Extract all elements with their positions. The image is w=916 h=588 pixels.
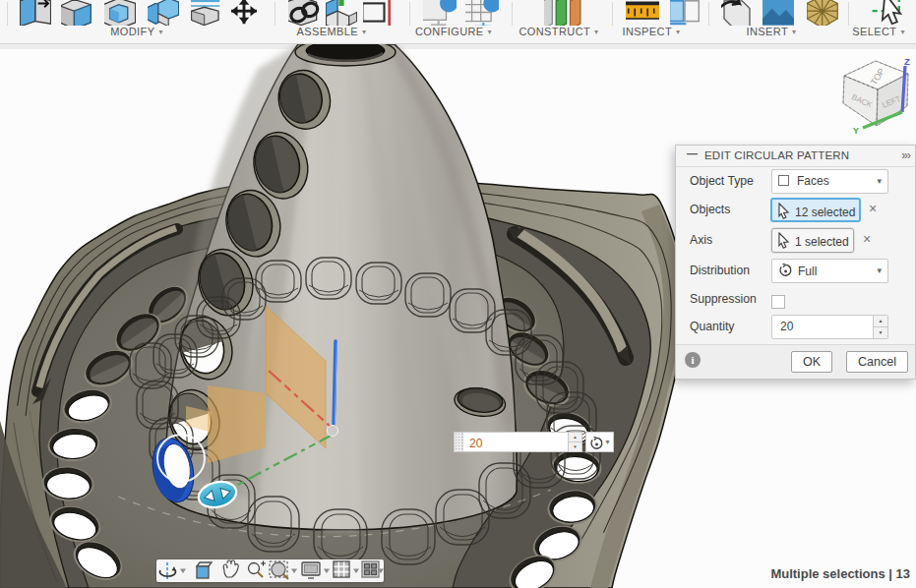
svg-text:Y: Y (853, 125, 860, 136)
svg-text:Z: Z (904, 56, 910, 67)
